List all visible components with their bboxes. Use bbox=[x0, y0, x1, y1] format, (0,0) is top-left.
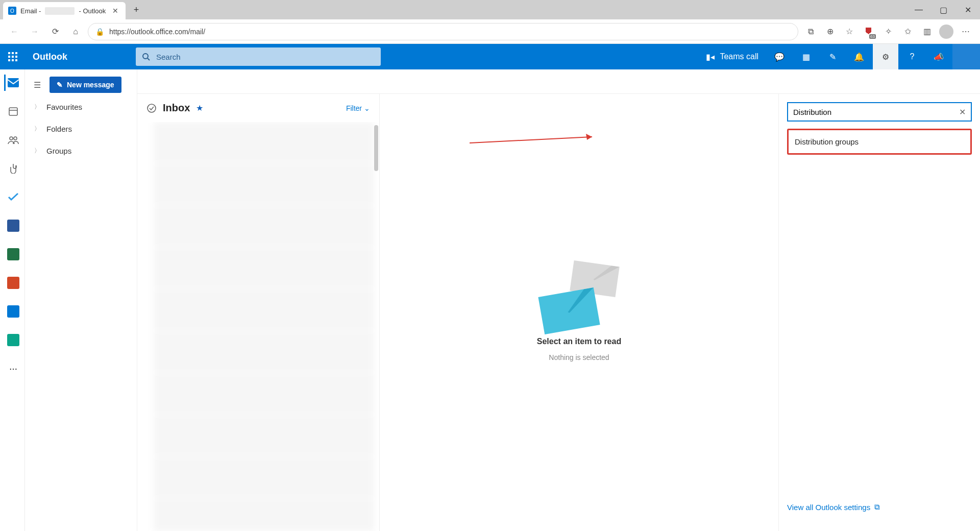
settings-pane: Settings ✕ ✕ Distribution groups View al… bbox=[778, 69, 980, 531]
forward-button[interactable]: → bbox=[27, 23, 43, 40]
view-all-settings-link[interactable]: View all Outlook settings ⧉ bbox=[787, 492, 972, 522]
folder-section-groups[interactable]: 〉 Groups bbox=[25, 140, 137, 162]
new-tab-button[interactable]: + bbox=[129, 2, 144, 17]
bookings-icon bbox=[7, 334, 19, 346]
collapse-folder-pane-icon[interactable]: ☰ bbox=[30, 78, 44, 92]
clear-search-icon[interactable]: ✕ bbox=[959, 107, 966, 117]
folder-section-label: Groups bbox=[46, 147, 71, 155]
svg-point-9 bbox=[143, 54, 148, 59]
tab-close-icon[interactable]: ✕ bbox=[112, 7, 118, 15]
message-toolbar bbox=[137, 69, 980, 94]
svg-line-10 bbox=[148, 58, 150, 60]
filter-label: Filter bbox=[346, 104, 362, 112]
help-icon[interactable]: ? bbox=[899, 44, 925, 69]
rail-files[interactable] bbox=[4, 160, 20, 177]
suite-search[interactable] bbox=[136, 47, 381, 66]
tab-title-suffix: - Outlook bbox=[79, 7, 106, 15]
rail-todo[interactable] bbox=[4, 189, 20, 205]
app-brand[interactable]: Outlook bbox=[26, 52, 75, 62]
zoom-icon[interactable]: ⊕ bbox=[822, 23, 838, 40]
close-window-button[interactable]: ✕ bbox=[955, 0, 980, 19]
megaphone-icon[interactable]: 📣 bbox=[926, 44, 951, 69]
rail-powerpoint[interactable] bbox=[4, 275, 20, 291]
extensions-icon[interactable]: ✧ bbox=[880, 23, 896, 40]
svg-rect-12 bbox=[9, 108, 17, 115]
rail-bookings[interactable] bbox=[4, 332, 20, 348]
svg-rect-1 bbox=[12, 52, 14, 54]
browser-chrome: O Email - xxxxxxxx - Outlook ✕ + — ▢ ✕ ←… bbox=[0, 0, 980, 44]
rail-mail[interactable] bbox=[4, 75, 20, 91]
chevron-right-icon: 〉 bbox=[34, 147, 40, 155]
rail-excel[interactable] bbox=[4, 246, 20, 262]
yammer-icon bbox=[7, 305, 19, 318]
rail-people[interactable] bbox=[4, 132, 20, 148]
open-external-icon[interactable]: ⧉ bbox=[802, 23, 819, 40]
browser-tab[interactable]: O Email - xxxxxxxx - Outlook ✕ bbox=[3, 2, 126, 19]
chevron-right-icon: 〉 bbox=[34, 103, 40, 111]
svg-rect-8 bbox=[15, 59, 17, 61]
notes-icon[interactable]: ✎ bbox=[820, 44, 845, 69]
settings-gear-icon[interactable]: ⚙ bbox=[873, 44, 898, 69]
svg-rect-7 bbox=[12, 59, 14, 61]
chevron-right-icon: 〉 bbox=[34, 125, 40, 133]
tab-title-redacted: xxxxxxxx bbox=[45, 7, 75, 15]
word-icon bbox=[7, 220, 19, 232]
favorites-bar-icon[interactable]: ✩ bbox=[899, 23, 916, 40]
empty-subtitle: Nothing is selected bbox=[549, 353, 609, 361]
home-button[interactable]: ⌂ bbox=[67, 23, 84, 40]
teams-call-label: Teams call bbox=[720, 52, 758, 61]
settings-search-input[interactable] bbox=[793, 108, 959, 116]
profile-avatar[interactable] bbox=[938, 23, 954, 40]
folder-section-favourites[interactable]: 〉 Favourites bbox=[25, 96, 137, 118]
inbox-title: Inbox bbox=[163, 102, 190, 114]
select-all-icon[interactable] bbox=[146, 103, 157, 113]
back-button[interactable]: ← bbox=[6, 23, 22, 40]
favorite-icon[interactable]: ☆ bbox=[841, 23, 857, 40]
video-icon: ▮◂ bbox=[706, 52, 715, 62]
more-menu-icon[interactable]: ⋯ bbox=[958, 23, 974, 40]
chat-icon[interactable]: 💬 bbox=[767, 44, 792, 69]
account-tile[interactable] bbox=[952, 44, 980, 69]
svg-point-14 bbox=[10, 137, 13, 140]
rail-yammer[interactable] bbox=[4, 303, 20, 320]
tab-title-prefix: Email - bbox=[20, 7, 41, 15]
url-box[interactable]: 🔒 https://outlook.office.com/mail/ bbox=[88, 23, 798, 40]
extension-icon[interactable]: ⛊63 bbox=[861, 23, 877, 40]
view-all-settings-label: View all Outlook settings bbox=[787, 503, 870, 512]
message-list-header: Inbox ★ Filter ⌄ bbox=[137, 94, 379, 122]
reading-pane: Select an item to read Nothing is select… bbox=[380, 94, 778, 531]
rail-more[interactable]: ⋯ bbox=[4, 360, 20, 377]
filter-button[interactable]: Filter ⌄ bbox=[346, 104, 370, 112]
window-controls: — ▢ ✕ bbox=[906, 0, 980, 19]
new-message-button[interactable]: ✎ New message bbox=[50, 77, 121, 93]
maximize-button[interactable]: ▢ bbox=[931, 0, 955, 19]
settings-search-box[interactable]: ✕ bbox=[787, 102, 972, 122]
outlook-favicon-icon: O bbox=[8, 7, 16, 15]
svg-point-16 bbox=[148, 104, 156, 112]
svg-rect-3 bbox=[8, 56, 10, 58]
app-launcher-icon[interactable] bbox=[0, 44, 26, 69]
folder-section-label: Favourites bbox=[46, 103, 82, 111]
folder-section-label: Folders bbox=[46, 125, 72, 133]
teams-call-button[interactable]: ▮◂ Teams call bbox=[699, 44, 766, 69]
empty-title: Select an item to read bbox=[537, 337, 621, 346]
notifications-icon[interactable]: 🔔 bbox=[846, 44, 872, 69]
favorite-star-icon[interactable]: ★ bbox=[196, 103, 203, 113]
settings-result-distribution-groups[interactable]: Distribution groups bbox=[787, 129, 972, 155]
compose-icon: ✎ bbox=[57, 81, 63, 89]
scrollbar[interactable] bbox=[374, 125, 378, 171]
folder-section-folders[interactable]: 〉 Folders bbox=[25, 118, 137, 140]
suite-search-input[interactable] bbox=[156, 53, 375, 61]
meet-now-icon[interactable]: ▦ bbox=[793, 44, 819, 69]
excel-icon bbox=[7, 248, 19, 260]
svg-rect-11 bbox=[8, 78, 19, 87]
tab-bar: O Email - xxxxxxxx - Outlook ✕ + — ▢ ✕ bbox=[0, 0, 980, 19]
collections-icon[interactable]: ▥ bbox=[919, 23, 935, 40]
rail-word[interactable] bbox=[4, 218, 20, 234]
settings-result-label: Distribution groups bbox=[795, 137, 859, 146]
powerpoint-icon bbox=[7, 277, 19, 289]
refresh-button[interactable]: ⟳ bbox=[47, 23, 63, 40]
minimize-button[interactable]: — bbox=[906, 0, 931, 19]
suite-header: Outlook ▮◂ Teams call 💬 ▦ ✎ 🔔 ⚙ ? 📣 bbox=[0, 44, 980, 69]
rail-calendar[interactable] bbox=[4, 103, 20, 119]
